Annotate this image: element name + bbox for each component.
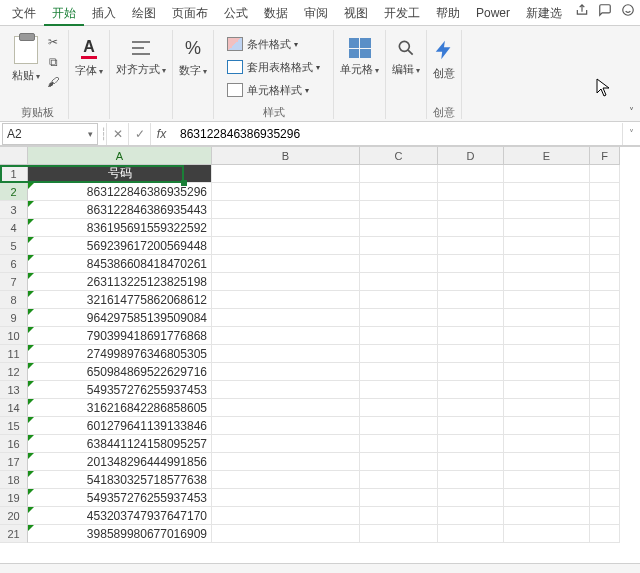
tab-view[interactable]: 视图 xyxy=(336,0,376,26)
cell-A2[interactable]: 863122846386935296 xyxy=(28,183,212,201)
cell-B10[interactable] xyxy=(212,327,360,345)
cell-B15[interactable] xyxy=(212,417,360,435)
row-header-6[interactable]: 6 xyxy=(0,255,28,273)
cell-E16[interactable] xyxy=(504,435,590,453)
cell-A16[interactable]: 638441124158095257 xyxy=(28,435,212,453)
cell-C18[interactable] xyxy=(360,471,438,489)
ribbon-collapse-icon[interactable]: ˅ xyxy=(629,106,634,117)
cell-D10[interactable] xyxy=(438,327,504,345)
tab-new[interactable]: 新建选 xyxy=(518,0,570,26)
tab-power[interactable]: Power xyxy=(468,0,518,26)
cell-C6[interactable] xyxy=(360,255,438,273)
cell-C9[interactable] xyxy=(360,309,438,327)
comments-icon[interactable] xyxy=(593,0,616,26)
cell-D1[interactable] xyxy=(438,165,504,183)
fx-icon[interactable]: fx xyxy=(150,123,172,145)
tab-file[interactable]: 文件 xyxy=(4,0,44,26)
cell-D2[interactable] xyxy=(438,183,504,201)
cell-F7[interactable] xyxy=(590,273,620,291)
tab-home[interactable]: 开始 xyxy=(44,0,84,26)
cell-E5[interactable] xyxy=(504,237,590,255)
cell-A5[interactable]: 569239617200569448 xyxy=(28,237,212,255)
format-painter-icon[interactable]: 🖌 xyxy=(44,74,62,90)
cell-F14[interactable] xyxy=(590,399,620,417)
cell-C19[interactable] xyxy=(360,489,438,507)
cell-D5[interactable] xyxy=(438,237,504,255)
cell-E12[interactable] xyxy=(504,363,590,381)
cell-F16[interactable] xyxy=(590,435,620,453)
tab-formulas[interactable]: 公式 xyxy=(216,0,256,26)
cell-B9[interactable] xyxy=(212,309,360,327)
row-header-9[interactable]: 9 xyxy=(0,309,28,327)
cell-B8[interactable] xyxy=(212,291,360,309)
cell-C2[interactable] xyxy=(360,183,438,201)
cell-C20[interactable] xyxy=(360,507,438,525)
cell-A1[interactable]: 号码 xyxy=(28,165,212,183)
cut-icon[interactable]: ✂ xyxy=(44,34,62,50)
cell-A17[interactable]: 201348296444991856 xyxy=(28,453,212,471)
cell-A21[interactable]: 398589980677016909 xyxy=(28,525,212,543)
cell-C10[interactable] xyxy=(360,327,438,345)
share-icon[interactable] xyxy=(570,0,593,26)
cell-B6[interactable] xyxy=(212,255,360,273)
cell-A15[interactable]: 601279641139133846 xyxy=(28,417,212,435)
cell-E14[interactable] xyxy=(504,399,590,417)
row-header-16[interactable]: 16 xyxy=(0,435,28,453)
cell-C7[interactable] xyxy=(360,273,438,291)
row-header-17[interactable]: 17 xyxy=(0,453,28,471)
cell-F17[interactable] xyxy=(590,453,620,471)
cell-F11[interactable] xyxy=(590,345,620,363)
alignment-dropdown[interactable]: 对齐方式 xyxy=(116,38,166,77)
cell-A6[interactable]: 845386608418470261 xyxy=(28,255,212,273)
cell-F19[interactable] xyxy=(590,489,620,507)
cell-A3[interactable]: 863122846386935443 xyxy=(28,201,212,219)
cell-D14[interactable] xyxy=(438,399,504,417)
cell-A11[interactable]: 274998976346805305 xyxy=(28,345,212,363)
cell-C21[interactable] xyxy=(360,525,438,543)
cell-D21[interactable] xyxy=(438,525,504,543)
cell-F2[interactable] xyxy=(590,183,620,201)
cell-style-button[interactable]: 单元格样式▾ xyxy=(227,80,309,100)
cell-F1[interactable] xyxy=(590,165,620,183)
cell-C11[interactable] xyxy=(360,345,438,363)
cell-E1[interactable] xyxy=(504,165,590,183)
cell-A10[interactable]: 790399418691776868 xyxy=(28,327,212,345)
row-header-12[interactable]: 12 xyxy=(0,363,28,381)
cell-A7[interactable]: 263113225123825198 xyxy=(28,273,212,291)
cell-E10[interactable] xyxy=(504,327,590,345)
tab-developer[interactable]: 开发工 xyxy=(376,0,428,26)
cell-F21[interactable] xyxy=(590,525,620,543)
cell-E11[interactable] xyxy=(504,345,590,363)
cell-B1[interactable] xyxy=(212,165,360,183)
cell-A14[interactable]: 316216842286858605 xyxy=(28,399,212,417)
creative-button[interactable]: 创意 xyxy=(433,38,455,81)
number-dropdown[interactable]: % 数字 xyxy=(179,38,207,78)
cell-E7[interactable] xyxy=(504,273,590,291)
cell-C8[interactable] xyxy=(360,291,438,309)
tab-insert[interactable]: 插入 xyxy=(84,0,124,26)
cell-A20[interactable]: 453203747937647170 xyxy=(28,507,212,525)
cell-E6[interactable] xyxy=(504,255,590,273)
cell-B21[interactable] xyxy=(212,525,360,543)
cell-C16[interactable] xyxy=(360,435,438,453)
cell-B5[interactable] xyxy=(212,237,360,255)
row-header-20[interactable]: 20 xyxy=(0,507,28,525)
cell-D4[interactable] xyxy=(438,219,504,237)
table-format-button[interactable]: 套用表格格式▾ xyxy=(227,57,320,77)
cell-E15[interactable] xyxy=(504,417,590,435)
cell-D20[interactable] xyxy=(438,507,504,525)
row-header-18[interactable]: 18 xyxy=(0,471,28,489)
tab-draw[interactable]: 绘图 xyxy=(124,0,164,26)
cell-B17[interactable] xyxy=(212,453,360,471)
cell-F9[interactable] xyxy=(590,309,620,327)
select-all-corner[interactable] xyxy=(0,147,28,165)
cell-D3[interactable] xyxy=(438,201,504,219)
cell-C17[interactable] xyxy=(360,453,438,471)
cell-B3[interactable] xyxy=(212,201,360,219)
row-header-7[interactable]: 7 xyxy=(0,273,28,291)
font-dropdown[interactable]: A 字体 xyxy=(75,38,103,78)
cell-A19[interactable]: 549357276255937453 xyxy=(28,489,212,507)
editing-dropdown[interactable]: 编辑 xyxy=(392,38,420,77)
cell-E9[interactable] xyxy=(504,309,590,327)
row-header-8[interactable]: 8 xyxy=(0,291,28,309)
